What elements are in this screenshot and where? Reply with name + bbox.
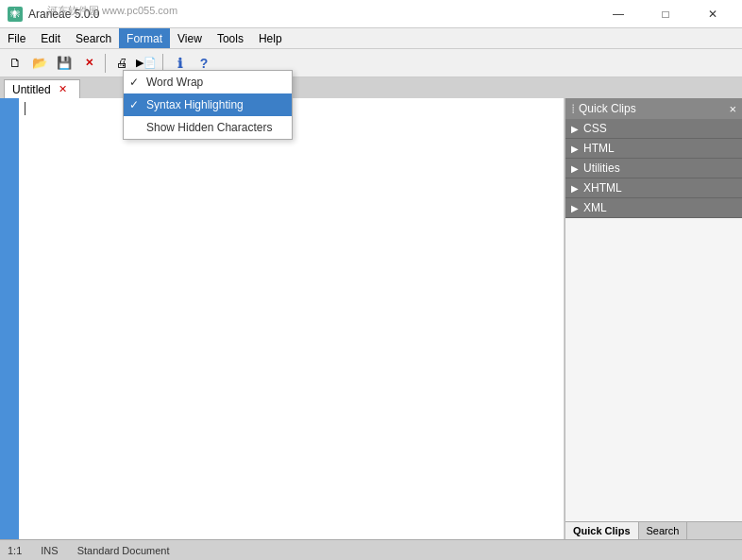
open-button[interactable]: 📂 (28, 52, 51, 75)
quick-clips-title: Quick Clips (579, 102, 636, 115)
menu-search[interactable]: Search (68, 28, 119, 48)
qc-item-xml[interactable]: ▶ XML (565, 198, 742, 218)
main-layout: ⁞ Quick Clips × ▶ CSS ▶ HTML ▶ Utilities… (0, 98, 742, 539)
qc-label-xhtml: XHTML (583, 181, 622, 195)
qc-tab-bar: Quick Clips Search (565, 521, 742, 539)
new-button[interactable]: 🗋 (4, 52, 26, 75)
minimize-button[interactable]: — (597, 0, 640, 28)
expand-arrow-xml: ▶ (571, 203, 579, 213)
status-bar: 1:1 INS Standard Document (0, 539, 742, 560)
insert-mode: INS (41, 545, 58, 556)
syntax-highlighting-label: Syntax Highlighting (146, 98, 244, 111)
expand-arrow-utilities: ▶ (571, 163, 579, 174)
qc-item-xhtml[interactable]: ▶ XHTML (565, 178, 742, 198)
window-controls: — □ ✕ (597, 0, 734, 28)
menu-show-hidden-characters[interactable]: Show Hidden Characters (124, 116, 292, 139)
save-button[interactable]: 💾 (53, 52, 76, 75)
tab-bar: Untitled ✕ (0, 77, 742, 98)
expand-arrow-css: ▶ (571, 124, 579, 134)
qc-tab-quickclips[interactable]: Quick Clips (565, 522, 639, 539)
qc-label-xml: XML (583, 201, 607, 214)
toolbar-separator-1 (105, 54, 106, 73)
close-button[interactable]: ✕ (691, 0, 734, 28)
qc-item-utilities[interactable]: ▶ Utilities (565, 159, 742, 178)
qc-item-css[interactable]: ▶ CSS (565, 119, 742, 139)
quick-clips-panel: ⁞ Quick Clips × ▶ CSS ▶ HTML ▶ Utilities… (565, 98, 742, 539)
qc-item-html[interactable]: ▶ HTML (565, 139, 742, 159)
close-doc-button[interactable]: ✕ (77, 52, 100, 75)
qc-label-css: CSS (583, 122, 607, 135)
quick-clips-tree: ▶ CSS ▶ HTML ▶ Utilities ▶ XHTML ▶ XML (565, 119, 742, 521)
expand-arrow-html: ▶ (571, 144, 579, 154)
format-dropdown-menu: Word Wrap Syntax Highlighting Show Hidde… (123, 70, 293, 140)
tab-untitled[interactable]: Untitled ✕ (4, 79, 80, 98)
panel-dots-icon: ⁞ (571, 101, 575, 116)
show-hidden-characters-label: Show Hidden Characters (146, 121, 272, 134)
expand-arrow-xhtml: ▶ (571, 183, 579, 194)
editor-area[interactable] (19, 98, 565, 539)
toolbar: 🗋 📂 💾 ✕ 🖨 ▶📄 ℹ ? (0, 49, 742, 77)
menu-format[interactable]: Format (119, 28, 170, 48)
qc-tab-search-label: Search (647, 525, 680, 536)
maximize-button[interactable]: □ (644, 0, 687, 28)
word-wrap-label: Word Wrap (146, 76, 203, 89)
qc-tab-quickclips-label: Quick Clips (573, 525, 631, 536)
menu-view[interactable]: View (170, 28, 210, 48)
tab-close-button[interactable]: ✕ (57, 83, 70, 96)
document-type: Standard Document (77, 545, 170, 556)
menu-file[interactable]: File (0, 28, 33, 48)
app-title: Araneae 5.0.0 (28, 8, 597, 21)
text-cursor (25, 102, 25, 115)
title-bar: 🕷 Araneae 5.0.0 河东软件园 www.pc055.com — □ … (0, 0, 742, 28)
menu-tools[interactable]: Tools (210, 28, 251, 48)
app-icon: 🕷 (8, 7, 23, 22)
cursor-position: 1:1 (8, 545, 22, 556)
quick-clips-header: ⁞ Quick Clips × (565, 98, 742, 119)
menu-syntax-highlighting[interactable]: Syntax Highlighting (124, 93, 292, 116)
menu-bar: File Edit Search Format View Tools Help (0, 28, 742, 49)
qc-label-html: HTML (583, 142, 615, 155)
menu-word-wrap[interactable]: Word Wrap (124, 71, 292, 93)
quick-clips-close-button[interactable]: × (729, 102, 736, 116)
tab-label: Untitled (12, 83, 51, 96)
menu-edit[interactable]: Edit (33, 28, 68, 48)
qc-label-utilities: Utilities (583, 161, 620, 175)
menu-help[interactable]: Help (251, 28, 290, 48)
line-gutter (0, 98, 19, 539)
qc-tab-search[interactable]: Search (639, 522, 688, 539)
